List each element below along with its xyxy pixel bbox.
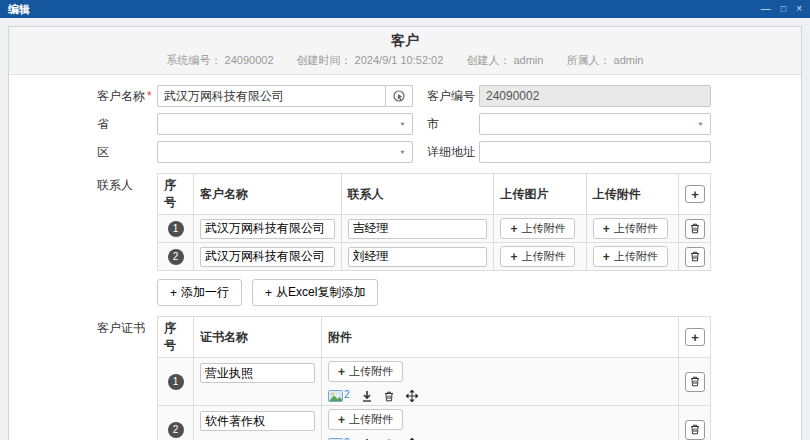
maximize-icon[interactable]: □ bbox=[781, 0, 786, 18]
picker-icon bbox=[393, 90, 406, 103]
titlebar: 编辑 — □ × bbox=[0, 0, 810, 18]
contacts-label: 联系人 bbox=[97, 173, 157, 194]
created-by: 创建人： admin bbox=[466, 54, 543, 66]
form-row-district-address: 区 ▼ 详细地址 bbox=[97, 141, 711, 163]
customer-code-label: 客户编号 bbox=[427, 88, 479, 105]
delete-row-button[interactable] bbox=[685, 247, 705, 267]
city-field: ▼ bbox=[479, 113, 711, 135]
close-icon[interactable]: × bbox=[796, 0, 802, 18]
row-number-badge: 2 bbox=[168, 249, 184, 265]
panel-header: 客户 系统编号： 24090002 创建时间： 2024/9/1 10:52:0… bbox=[9, 27, 801, 75]
row-number-cell: 2 bbox=[158, 406, 194, 440]
required-asterisk: * bbox=[147, 89, 152, 103]
table-row: 2 +上传附件 2 bbox=[158, 406, 711, 440]
upload-attachment-button[interactable]: +上传附件 bbox=[593, 246, 668, 267]
delete-attachment-button[interactable] bbox=[384, 391, 394, 402]
download-attachment-button[interactable] bbox=[362, 391, 372, 402]
trash-icon bbox=[690, 376, 700, 387]
page-title: 客户 bbox=[9, 32, 801, 50]
district-field: ▼ bbox=[157, 141, 413, 163]
table-row: 2 +上传附件 +上传附件 bbox=[158, 243, 711, 271]
chevron-down-icon: ▼ bbox=[697, 121, 704, 127]
delete-row-button[interactable] bbox=[685, 219, 705, 239]
customer-code-field bbox=[479, 85, 711, 107]
attachment-count-badge: 2 bbox=[344, 390, 350, 400]
customer-form-panel: 客户 系统编号： 24090002 创建时间： 2024/9/1 10:52:0… bbox=[8, 26, 802, 440]
attachment-thumbnail[interactable]: 2 bbox=[328, 390, 350, 402]
upload-attachment-button[interactable]: +上传附件 bbox=[593, 218, 668, 239]
row-number-cell: 1 bbox=[158, 358, 194, 406]
customer-picker-button[interactable] bbox=[386, 85, 413, 107]
cert-attachment-cell: +上传附件 2 bbox=[322, 406, 679, 440]
upload-attachment-button[interactable]: +上传附件 bbox=[328, 409, 403, 430]
minimize-icon[interactable]: — bbox=[761, 0, 771, 18]
upload-image-button[interactable]: +上传附件 bbox=[500, 246, 575, 267]
upload-attachment-button[interactable]: +上传附件 bbox=[328, 361, 403, 382]
address-input[interactable] bbox=[479, 141, 711, 163]
cert-name-input[interactable] bbox=[200, 363, 315, 383]
district-label: 区 bbox=[97, 144, 157, 161]
row-number-badge: 1 bbox=[168, 221, 184, 237]
customer-name-label: 客户名称* bbox=[97, 88, 157, 105]
certificates-section: 客户证书 序号 证书名称 附件 + bbox=[97, 316, 711, 440]
table-row: 1 +上传附件 2 bbox=[158, 358, 711, 406]
col-no: 序号 bbox=[158, 317, 194, 358]
cert-name-input[interactable] bbox=[200, 411, 315, 431]
city-select[interactable]: ▼ bbox=[479, 113, 711, 135]
customer-code-input bbox=[479, 85, 711, 107]
window-title: 编辑 bbox=[8, 2, 30, 17]
customer-name-field bbox=[157, 85, 413, 107]
contacts-header-row: 序号 客户名称 联系人 上传图片 上传附件 + bbox=[158, 174, 711, 215]
contact-person-input[interactable] bbox=[348, 247, 488, 267]
col-upload-attachment: 上传附件 bbox=[586, 174, 678, 215]
plus-icon: + bbox=[170, 286, 177, 300]
download-icon bbox=[362, 391, 372, 402]
certificates-header-row: 序号 证书名称 附件 + bbox=[158, 317, 711, 358]
customer-name-input[interactable] bbox=[157, 85, 386, 107]
chevron-down-icon: ▼ bbox=[399, 149, 406, 155]
plus-icon: + bbox=[338, 413, 345, 427]
cert-attachment-cell: +上传附件 2 bbox=[322, 358, 679, 406]
trash-icon bbox=[384, 391, 394, 402]
plus-icon: + bbox=[510, 222, 517, 236]
add-row-button[interactable]: +添加一行 bbox=[157, 279, 242, 306]
delete-row-button[interactable] bbox=[685, 420, 705, 440]
system-number: 系统编号： 24090002 bbox=[167, 54, 274, 66]
contact-customer-input[interactable] bbox=[200, 247, 335, 267]
owner: 所属人： admin bbox=[566, 54, 643, 66]
plus-icon: + bbox=[603, 222, 610, 236]
plus-icon: + bbox=[510, 250, 517, 264]
col-cert-name: 证书名称 bbox=[194, 317, 322, 358]
certificates-table-wrap: 序号 证书名称 附件 + 1 +上传附件 bbox=[157, 316, 711, 440]
plus-icon: + bbox=[603, 250, 610, 264]
chevron-down-icon: ▼ bbox=[399, 121, 406, 127]
delete-row-button[interactable] bbox=[685, 372, 705, 392]
row-number-badge: 2 bbox=[168, 422, 184, 438]
move-attachment-button[interactable] bbox=[406, 390, 418, 402]
add-from-excel-button[interactable]: +从Excel复制添加 bbox=[252, 279, 378, 306]
record-meta: 系统编号： 24090002 创建时间： 2024/9/1 10:52:02 创… bbox=[9, 53, 801, 68]
district-select[interactable]: ▼ bbox=[157, 141, 413, 163]
address-label: 详细地址 bbox=[427, 144, 479, 161]
edit-dialog-window: 编辑 — □ × 客户 系统编号： 24090002 创建时间： 2024/9/… bbox=[0, 0, 810, 440]
col-customer-name: 客户名称 bbox=[194, 174, 342, 215]
contacts-table: 序号 客户名称 联系人 上传图片 上传附件 + 1 bbox=[157, 173, 711, 271]
image-icon bbox=[328, 390, 343, 402]
contacts-actions: +添加一行 +从Excel复制添加 bbox=[157, 279, 711, 306]
add-column-row-button[interactable]: + bbox=[685, 328, 705, 346]
upload-image-button[interactable]: +上传附件 bbox=[500, 218, 575, 239]
plus-icon: + bbox=[265, 286, 272, 300]
contact-person-input[interactable] bbox=[348, 219, 488, 239]
province-label: 省 bbox=[97, 116, 157, 133]
contacts-table-wrap: 序号 客户名称 联系人 上传图片 上传附件 + 1 bbox=[157, 173, 711, 306]
add-column-row-button[interactable]: + bbox=[685, 185, 705, 203]
table-row: 1 +上传附件 +上传附件 bbox=[158, 215, 711, 243]
address-field bbox=[479, 141, 711, 163]
certificates-table: 序号 证书名称 附件 + 1 +上传附件 bbox=[157, 316, 711, 440]
province-select[interactable]: ▼ bbox=[157, 113, 413, 135]
city-label: 市 bbox=[427, 116, 479, 133]
form-row-name-code: 客户名称* 客户编号 bbox=[97, 85, 711, 107]
customer-name-group bbox=[157, 85, 413, 107]
trash-icon bbox=[690, 251, 700, 262]
contact-customer-input[interactable] bbox=[200, 219, 335, 239]
